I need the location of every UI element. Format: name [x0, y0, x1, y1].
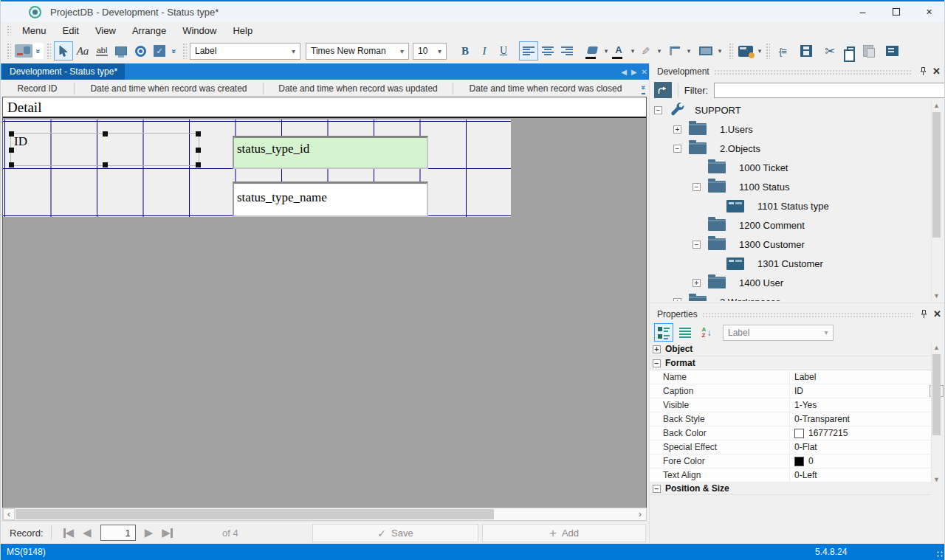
pin-icon[interactable] — [921, 310, 927, 319]
property-value[interactable]: Label — [794, 372, 816, 382]
property-value[interactable]: 0-Left — [794, 470, 817, 480]
object-selector-combobox[interactable]: Label ▾ — [723, 325, 834, 341]
category-format[interactable]: − Format — [650, 356, 932, 370]
scroll-down-icon[interactable]: ▼ — [932, 291, 941, 301]
menu-item-help[interactable]: Help — [224, 24, 261, 38]
border-style-button[interactable] — [665, 41, 684, 61]
tree-item-1400-user[interactable]: + 1400 User — [650, 273, 930, 292]
save-button[interactable] — [797, 41, 816, 61]
paste-button[interactable] — [859, 41, 878, 61]
selection-handle[interactable] — [196, 162, 201, 167]
checkbox-tool-button[interactable]: ✓ — [150, 41, 169, 61]
comment-button[interactable] — [882, 41, 901, 61]
toolbar-grip-4[interactable] — [729, 43, 733, 59]
label-tool-button[interactable]: Aa — [73, 41, 92, 61]
tree-item-1200-comment[interactable]: 1200 Comment — [650, 215, 930, 235]
textbox-tool-button[interactable]: abl — [92, 41, 111, 61]
highlight-pen-button[interactable]: ✎ — [636, 41, 655, 61]
font-combobox[interactable]: Times New Roman ▾ — [306, 43, 409, 60]
selection-handle[interactable] — [196, 131, 201, 136]
scroll-up-icon[interactable]: ▲ — [932, 100, 941, 111]
expand-icon[interactable]: + — [693, 279, 701, 287]
field-column-created[interactable]: Date and time when record was created — [75, 83, 263, 94]
property-row-text-align[interactable]: Text Align 0-Left — [650, 469, 932, 483]
field-column-updated[interactable]: Date and time when record was updated — [264, 83, 453, 94]
cut-button[interactable]: ✂ — [820, 41, 839, 61]
property-value[interactable]: ID — [794, 386, 803, 396]
field-column-closed[interactable]: Date and time when record was closed — [453, 83, 638, 94]
underline-button[interactable]: U — [494, 41, 513, 61]
field-status-type-name[interactable]: status_type_name — [233, 182, 428, 217]
next-record-button[interactable]: ▶ — [140, 526, 158, 539]
navigate-button[interactable] — [654, 82, 672, 98]
record-number-input[interactable] — [100, 525, 136, 541]
tree-item-3-workspaces[interactable]: + 3.Workspaces — [650, 292, 930, 301]
tree-scrollbar[interactable]: ▲ ▼ — [931, 100, 941, 301]
selection-handle[interactable] — [9, 131, 14, 136]
collapse-icon[interactable]: − — [653, 359, 661, 367]
properties-scrollbar[interactable]: ▲ ▼ — [931, 342, 941, 485]
selection-handle[interactable] — [9, 148, 14, 153]
menu-grip[interactable] — [7, 25, 11, 35]
font-color-dropdown[interactable]: ▾ — [628, 41, 636, 61]
menu-item-edit[interactable]: Edit — [55, 24, 87, 38]
expand-icon[interactable]: + — [653, 345, 661, 353]
menu-item-arrange[interactable]: Arrange — [124, 24, 174, 38]
align-right-button[interactable] — [557, 41, 577, 61]
filter-input[interactable] — [714, 83, 945, 98]
hscroll-right-button[interactable]: › — [634, 508, 646, 520]
bold-button[interactable]: B — [456, 41, 475, 61]
selection-handle[interactable] — [9, 162, 14, 167]
detail-section-header[interactable]: Detail — [3, 97, 646, 118]
shape-dropdown[interactable]: ▾ — [715, 41, 723, 61]
border-style-dropdown[interactable]: ▾ — [684, 41, 692, 61]
property-row-back-color[interactable]: Back Color 16777215 — [650, 426, 932, 440]
selection-handle[interactable] — [103, 162, 108, 167]
scroll-down-icon[interactable]: ▼ — [932, 474, 941, 485]
fontsize-combobox[interactable]: 10 ▾ — [413, 43, 447, 60]
select-tool-button[interactable] — [54, 41, 73, 61]
add-record-button[interactable]: + Add — [482, 524, 646, 542]
property-value[interactable]: 0-Transparent — [794, 414, 850, 424]
selected-label-control[interactable]: ID — [10, 133, 199, 166]
toolbar-grip-5[interactable] — [766, 43, 770, 59]
align-center-button[interactable] — [538, 41, 557, 61]
highlight-pen-dropdown[interactable]: ▾ — [655, 41, 662, 61]
expand-icon[interactable]: + — [673, 298, 681, 302]
property-value[interactable]: 0-Flat — [794, 442, 817, 452]
category-object[interactable]: + Object — [650, 342, 932, 356]
toolbar-grip-3[interactable] — [182, 43, 187, 59]
button-tool-button[interactable] — [111, 41, 131, 61]
code-list-button[interactable]: {≡ — [773, 41, 792, 61]
tab-scroll-right-button[interactable]: ▶ — [631, 68, 637, 76]
pin-icon[interactable] — [920, 67, 927, 76]
field-column-record-id[interactable]: Record ID — [1, 83, 74, 94]
previous-record-button[interactable]: ◀ — [78, 526, 96, 539]
tree-item-users[interactable]: + 1.Users — [650, 120, 930, 139]
sort-az-button[interactable]: AZ ↓ — [697, 323, 716, 342]
selection-handle[interactable] — [196, 148, 201, 153]
property-value[interactable]: 0 — [808, 456, 814, 466]
first-record-button[interactable]: ◀ — [59, 526, 79, 539]
tab-scroll-left-button[interactable]: ◀ — [621, 68, 627, 76]
collapse-icon[interactable]: − — [693, 183, 701, 191]
designer-hscrollbar[interactable]: ‹ › — [2, 508, 647, 521]
categorized-view-button[interactable] — [654, 323, 673, 342]
toolbar-grip[interactable] — [7, 43, 11, 59]
tab-development-status-type[interactable]: Development - Status type* — [2, 63, 125, 80]
tree-item-objects[interactable]: − 2.Objects — [650, 139, 930, 158]
property-row-name[interactable]: Name Label — [650, 370, 932, 384]
resize-grip[interactable] — [936, 550, 944, 558]
tree-scroll-thumb[interactable] — [932, 112, 941, 238]
form-properties-button[interactable] — [736, 41, 755, 61]
minimize-button[interactable]: – — [846, 1, 879, 22]
maximize-button[interactable] — [879, 1, 913, 22]
toolbar-overflow-2[interactable]: » — [169, 41, 179, 61]
last-record-button[interactable]: ▶ — [157, 526, 177, 539]
hscroll-thumb[interactable] — [16, 509, 494, 519]
align-left-button[interactable] — [519, 41, 538, 61]
collapse-icon[interactable]: − — [653, 485, 661, 493]
collapse-icon[interactable]: − — [654, 106, 662, 114]
field-header-overflow-button[interactable]: » — [642, 82, 645, 94]
menu-item-view[interactable]: View — [87, 24, 124, 38]
